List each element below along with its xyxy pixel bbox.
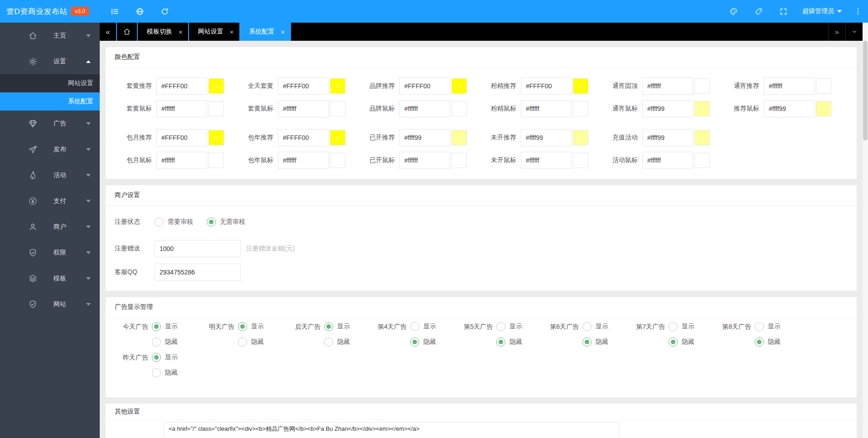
tab-system-config[interactable]: 系统配置× [240, 23, 291, 41]
radio-hide-day8[interactable]: 隐藏 [755, 337, 781, 347]
sidebar-item-website[interactable]: 网站 [0, 291, 100, 317]
color-swatch-button[interactable] [694, 78, 710, 94]
radio-no-review[interactable]: 无需审核 [207, 217, 245, 226]
user-menu[interactable]: 超级管理员 [796, 0, 848, 23]
color-swatch-button[interactable] [694, 153, 710, 168]
color-value-input[interactable] [278, 152, 329, 169]
radio-hide-today[interactable]: 隐藏 [152, 337, 178, 347]
sidebar-item-activity[interactable]: 活动 [0, 162, 100, 188]
color-swatch-button[interactable] [694, 130, 710, 145]
color-value-input[interactable] [642, 100, 693, 117]
refresh-icon[interactable] [152, 0, 177, 23]
radio-hide-day7[interactable]: 隐藏 [669, 337, 694, 347]
color-value-input[interactable] [521, 100, 572, 117]
color-value-input[interactable] [521, 129, 572, 146]
color-swatch-button[interactable] [451, 130, 467, 145]
tabs-scroll-left-button[interactable]: « [100, 23, 117, 41]
color-value-input[interactable] [642, 129, 693, 146]
tabs-scroll-right-button[interactable]: » [828, 23, 845, 41]
color-value-input[interactable] [399, 77, 450, 95]
color-value-input[interactable] [521, 77, 572, 95]
site-code-textarea[interactable]: <a href="/" class="clearfix"><div><b>精品广… [164, 422, 619, 438]
color-swatch-button[interactable] [816, 78, 831, 94]
radio-need-review[interactable]: 需要审核 [155, 217, 193, 226]
sidebar-item-template[interactable]: 模板 [0, 265, 100, 291]
color-value-input[interactable] [278, 100, 329, 117]
tag-icon[interactable] [746, 0, 771, 23]
sidebar-item-payment[interactable]: 支付 [0, 188, 100, 214]
radio-show-day8[interactable]: 显示 [755, 322, 781, 331]
color-value-input[interactable] [156, 152, 207, 169]
color-value-input[interactable] [156, 129, 207, 146]
color-value-input[interactable] [399, 129, 450, 146]
color-swatch-button[interactable] [451, 153, 467, 168]
color-swatch-button[interactable] [209, 101, 224, 116]
sidebar-item-publish[interactable]: 发布 [0, 136, 100, 162]
color-value-input[interactable] [156, 100, 207, 117]
radio-hide-day6[interactable]: 隐藏 [582, 337, 608, 347]
color-value-input[interactable] [642, 77, 693, 95]
color-value-input[interactable] [642, 152, 693, 169]
radio-hide-yesterday[interactable]: 隐藏 [152, 368, 178, 377]
sidebar-item-ads[interactable]: 广告 [0, 111, 100, 136]
color-value-input[interactable] [399, 152, 450, 169]
color-swatch-button[interactable] [694, 101, 710, 116]
service-qq-input[interactable] [155, 264, 241, 281]
app-logo[interactable]: 壹D资商业发布站 v3.0 [0, 0, 100, 23]
color-value-input[interactable] [278, 77, 329, 95]
radio-show-day-after[interactable]: 显示 [324, 322, 350, 331]
color-swatch-button[interactable] [573, 153, 588, 168]
color-swatch-button[interactable] [209, 130, 224, 145]
color-swatch-button[interactable] [330, 130, 345, 145]
radio-show-yesterday[interactable]: 显示 [152, 353, 178, 362]
color-value-input[interactable] [521, 152, 572, 169]
color-swatch-button[interactable] [573, 78, 588, 94]
sidebar-item-settings[interactable]: 设置 [0, 48, 100, 74]
color-value-input[interactable] [764, 77, 815, 95]
tabs-dropdown-button[interactable] [845, 23, 863, 41]
close-icon[interactable]: × [179, 29, 183, 35]
radio-hide-day4[interactable]: 隐藏 [410, 337, 436, 347]
sidebar-item-permission[interactable]: 权限 [0, 240, 100, 265]
palette-icon[interactable] [721, 0, 746, 23]
globe-icon[interactable] [127, 0, 152, 23]
radio-hide-day5[interactable]: 隐藏 [496, 337, 522, 347]
radio-show-today[interactable]: 显示 [152, 322, 178, 331]
radio-hide-tomorrow[interactable]: 隐藏 [238, 337, 264, 347]
tab-home[interactable] [117, 23, 138, 41]
more-vertical-icon[interactable] [848, 0, 868, 23]
color-value-input[interactable] [399, 100, 450, 117]
radio-show-tomorrow[interactable]: 显示 [238, 322, 264, 331]
scrollbar-thumb[interactable] [863, 41, 868, 140]
sidebar-item-website-settings[interactable]: 网站设置 [0, 74, 100, 92]
radio-hide-day-after[interactable]: 隐藏 [324, 337, 350, 347]
color-swatch-button[interactable] [330, 101, 345, 116]
vertical-scrollbar[interactable] [863, 23, 868, 438]
color-swatch-button[interactable] [209, 78, 224, 94]
close-icon[interactable]: × [281, 29, 285, 35]
color-swatch-button[interactable] [451, 78, 467, 94]
sidebar-item-system-config[interactable]: 系统配置 [0, 92, 100, 111]
color-swatch-button[interactable] [330, 78, 345, 94]
color-value-input[interactable] [764, 100, 815, 117]
register-gift-input[interactable] [155, 240, 241, 257]
tab-website-settings[interactable]: 网站设置× [189, 23, 240, 41]
sidebar-item-home[interactable]: 主页 [0, 23, 100, 48]
radio-show-day4[interactable]: 显示 [410, 322, 436, 331]
close-icon[interactable]: × [230, 29, 234, 35]
color-value-input[interactable] [278, 129, 329, 146]
sidebar-item-merchant[interactable]: 商户 [0, 214, 100, 240]
color-swatch-button[interactable] [330, 153, 345, 168]
color-swatch-button[interactable] [573, 101, 588, 116]
tab-template-switch[interactable]: 模板切换× [138, 23, 189, 41]
color-swatch-button[interactable] [209, 153, 224, 168]
radio-show-day7[interactable]: 显示 [669, 322, 694, 331]
radio-show-day6[interactable]: 显示 [582, 322, 608, 331]
color-value-input[interactable] [156, 77, 207, 95]
fullscreen-icon[interactable] [771, 0, 796, 23]
color-swatch-button[interactable] [573, 130, 588, 145]
shrink-icon[interactable] [102, 0, 127, 23]
color-swatch-button[interactable] [451, 101, 467, 116]
color-swatch-button[interactable] [816, 101, 831, 116]
radio-show-day5[interactable]: 显示 [496, 322, 522, 331]
